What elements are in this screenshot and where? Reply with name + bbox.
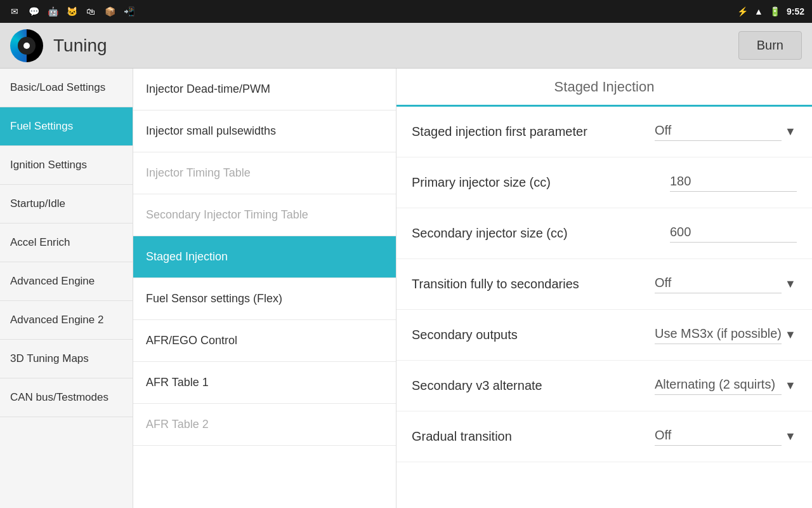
status-bar-right: ⚡ ▲ 🔋 9:52: [737, 6, 804, 17]
sidebar-item-accel-enrich[interactable]: Accel Enrich: [0, 224, 133, 262]
detail-value-container-transition-fully: Off ▼: [655, 276, 797, 293]
detail-value-secondary-injector-size: 600: [670, 225, 797, 243]
sidebar-item-can-bus-testmodes[interactable]: CAN bus/Testmodes: [0, 378, 133, 417]
status-bar: ✉ 💬 🤖 🐱 🛍 📦 📲 ⚡ ▲ 🔋 9:52: [0, 0, 812, 23]
battery-icon: 🔋: [769, 6, 780, 17]
detail-label-secondary-v3-alternate: Secondary v3 alternate: [412, 378, 655, 393]
detail-value-container-secondary-v3-alternate: Alternating (2 squirts) ▼: [655, 377, 797, 395]
detail-value-secondary-v3-alternate: Alternating (2 squirts): [655, 377, 782, 395]
detail-value-container-gradual-transition: Off ▼: [655, 428, 797, 446]
bag3-icon: 📲: [122, 4, 136, 18]
detail-value-container-secondary-injector-size: 600: [670, 225, 797, 243]
detail-row-primary-injector-size[interactable]: Primary injector size (cc) 180: [396, 157, 812, 208]
detail-value-secondary-outputs: Use MS3x (if possible): [655, 326, 782, 344]
detail-value-container-primary-injector-size: 180: [670, 174, 797, 192]
detail-label-primary-injector-size: Primary injector size (cc): [412, 175, 670, 190]
detail-row-secondary-outputs[interactable]: Secondary outputs Use MS3x (if possible)…: [396, 310, 812, 361]
sidebar-secondary: Injector Dead-time/PWM Injector small pu…: [133, 69, 396, 508]
secondary-item-injector-timing: Injector Timing Table: [133, 152, 396, 194]
app-logo-inner: [18, 37, 36, 55]
clock: 9:52: [787, 6, 804, 17]
sidebar-item-basic-load[interactable]: Basic/Load Settings: [0, 69, 133, 107]
bag2-icon: 📦: [103, 4, 117, 18]
detail-row-secondary-v3-alternate[interactable]: Secondary v3 alternate Alternating (2 sq…: [396, 361, 812, 411]
bluetooth-icon: ⚡: [737, 6, 748, 17]
chevron-down-icon-secondary-outputs: ▼: [784, 329, 797, 342]
sidebar-item-fuel-settings[interactable]: Fuel Settings: [0, 107, 133, 146]
secondary-item-afr-ego-control[interactable]: AFR/EGO Control: [133, 320, 396, 362]
detail-panel: Staged Injection Staged injection first …: [396, 69, 812, 508]
app-logo-dot: [23, 43, 30, 49]
sidebar-item-advanced-engine-2[interactable]: Advanced Engine 2: [0, 301, 133, 340]
secondary-item-injector-deadtime[interactable]: Injector Dead-time/PWM: [133, 69, 396, 110]
detail-panel-title: Staged Injection: [396, 69, 812, 107]
cat-icon: 🐱: [65, 4, 79, 18]
chevron-down-icon-secondary-v3-alternate: ▼: [784, 380, 797, 392]
detail-row-gradual-transition[interactable]: Gradual transition Off ▼: [396, 411, 812, 462]
secondary-item-injector-small[interactable]: Injector small pulsewidths: [133, 110, 396, 152]
app-bar: Tuning Burn: [0, 23, 812, 69]
sidebar-primary: Basic/Load Settings Fuel Settings Igniti…: [0, 69, 133, 508]
chevron-down-icon-transition-fully: ▼: [784, 278, 797, 291]
secondary-item-afr-table-2: AFR Table 2: [133, 404, 396, 446]
burn-button[interactable]: Burn: [738, 31, 802, 60]
chat-icon: 💬: [27, 4, 41, 18]
chevron-down-icon-staged-first-param: ▼: [784, 126, 797, 138]
sidebar-item-advanced-engine[interactable]: Advanced Engine: [0, 262, 133, 301]
app-logo: [10, 29, 43, 62]
detail-row-staged-first-param[interactable]: Staged injection first parameter Off ▼: [396, 107, 812, 157]
secondary-item-afr-table-1[interactable]: AFR Table 1: [133, 362, 396, 404]
sidebar-item-startup-idle[interactable]: Startup/Idle: [0, 185, 133, 224]
chevron-down-icon-gradual-transition: ▼: [784, 431, 797, 443]
detail-label-transition-fully: Transition fully to secondaries: [412, 277, 655, 291]
app-title: Tuning: [53, 36, 738, 56]
bag-icon: 🛍: [84, 4, 98, 18]
detail-row-transition-fully[interactable]: Transition fully to secondaries Off ▼: [396, 259, 812, 310]
detail-label-gradual-transition: Gradual transition: [412, 429, 655, 444]
detail-value-primary-injector-size: 180: [670, 174, 797, 192]
detail-label-secondary-injector-size: Secondary injector size (cc): [412, 226, 670, 241]
detail-value-gradual-transition: Off: [655, 428, 782, 446]
android-icon: 🤖: [46, 4, 60, 18]
detail-value-transition-fully: Off: [655, 276, 782, 293]
wifi-icon: ▲: [754, 6, 763, 17]
status-bar-left: ✉ 💬 🤖 🐱 🛍 📦 📲: [8, 4, 136, 18]
detail-value-container-secondary-outputs: Use MS3x (if possible) ▼: [655, 326, 797, 344]
detail-label-secondary-outputs: Secondary outputs: [412, 328, 655, 342]
detail-label-staged-first-param: Staged injection first parameter: [412, 124, 655, 139]
detail-value-staged-first-param: Off: [655, 123, 782, 141]
gmail-icon: ✉: [8, 4, 22, 18]
secondary-item-secondary-injector-timing: Secondary Injector Timing Table: [133, 194, 396, 236]
secondary-item-staged-injection[interactable]: Staged Injection: [133, 236, 396, 278]
sidebar-item-ignition-settings[interactable]: Ignition Settings: [0, 146, 133, 185]
main-layout: Basic/Load Settings Fuel Settings Igniti…: [0, 69, 812, 508]
sidebar-item-3d-tuning-maps[interactable]: 3D Tuning Maps: [0, 340, 133, 378]
detail-value-container-staged-first-param: Off ▼: [655, 123, 797, 141]
secondary-item-fuel-sensor-flex[interactable]: Fuel Sensor settings (Flex): [133, 278, 396, 320]
detail-row-secondary-injector-size[interactable]: Secondary injector size (cc) 600: [396, 208, 812, 259]
